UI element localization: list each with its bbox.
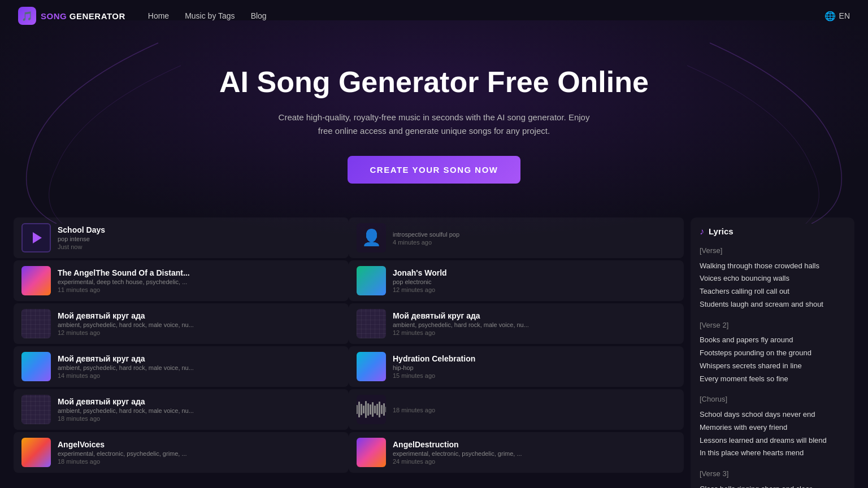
lyrics-section-label: [Verse 3] (700, 468, 845, 481)
song-tags: ambient, psychedelic, hard rock, male vo… (58, 321, 341, 328)
song-time: 11 minutes ago (58, 286, 341, 293)
lyrics-line: Books and papers fly around (700, 334, 845, 347)
hero-arc-right (687, 32, 868, 224)
song-title: Мой девятый круг ада (58, 311, 341, 320)
song-tags: ambient, psychedelic, hard rock, male vo… (393, 321, 676, 328)
song-thumb-r2 (357, 266, 386, 295)
song-thumb-s3 (21, 309, 51, 338)
songs-left-column: School Dayspop intenseJust nowThe AngelT… (14, 217, 349, 488)
song-tags: ambient, psychedelic, hard rock, male vo… (58, 407, 341, 414)
play-button-s1[interactable] (21, 223, 51, 252)
song-card-s1[interactable]: School Dayspop intenseJust now (14, 217, 349, 258)
globe-icon: 🌐 (824, 11, 836, 21)
hero-title: AI Song Generator Free Online (11, 66, 857, 99)
lyrics-section-label: [Verse] (700, 245, 845, 258)
song-tags: pop intense (58, 236, 341, 242)
song-title: Hydration Celebration (393, 354, 676, 363)
song-card-s6[interactable]: AngelVoicesexperimental, electronic, psy… (14, 432, 349, 473)
song-title: The AngelThe Sound Of a Distant... (58, 268, 341, 277)
song-time: Just now (58, 243, 341, 250)
song-info: School Dayspop intenseJust now (58, 225, 341, 250)
nav-music-by-tags[interactable]: Music by Tags (185, 11, 235, 20)
song-title: AngelVoices (58, 440, 341, 449)
song-tags: experimental, electronic, psychedelic, g… (393, 450, 676, 457)
lyrics-line: Every moment feels so fine (700, 373, 845, 386)
song-tags: ambient, psychedelic, hard rock, male vo… (58, 364, 341, 371)
navbar: 🎵 SONG GENERATOR Home Music by Tags Blog… (0, 0, 868, 32)
song-card-s3[interactable]: Мой девятый круг адаambient, psychedelic… (14, 303, 349, 344)
nav-blog[interactable]: Blog (251, 11, 267, 20)
song-thumb-r6 (357, 438, 386, 467)
content-area: School Dayspop intenseJust nowThe AngelT… (0, 206, 868, 488)
song-title: Мой девятый круг ада (58, 397, 341, 406)
song-thumb-s6 (21, 438, 51, 467)
play-icon (33, 232, 42, 243)
song-time: 18 minutes ago (393, 407, 676, 413)
song-card-r5[interactable]: 18 minutes ago (349, 389, 684, 430)
lyrics-section-label: [Chorus] (700, 393, 845, 406)
song-info: Jonah's Worldpop electronic12 minutes ag… (393, 268, 676, 293)
song-info: introspective soulful pop4 minutes ago (393, 230, 676, 246)
lyrics-line: Whispers secrets shared in line (700, 360, 845, 373)
song-title: Мой девятый круг ада (58, 354, 341, 363)
song-info: Мой девятый круг адаambient, psychedelic… (58, 311, 341, 336)
lyrics-line: Memories with every friend (700, 421, 845, 434)
song-card-r2[interactable]: Jonah's Worldpop electronic12 minutes ag… (349, 260, 684, 301)
lyrics-line: Voices echo bouncing walls (700, 272, 845, 285)
language-selector[interactable]: 🌐 EN (824, 11, 850, 21)
song-tags: experimental, deep tech house, psychedel… (58, 278, 341, 285)
song-info: 18 minutes ago (393, 406, 676, 413)
logo-icon: 🎵 (18, 7, 36, 25)
song-card-s2[interactable]: The AngelThe Sound Of a Distant...experi… (14, 260, 349, 301)
lyrics-body: [Verse]Walking through those crowded hal… (700, 245, 845, 488)
song-card-s4[interactable]: Мой девятый круг адаambient, psychedelic… (14, 346, 349, 387)
hero-subtitle: Create high-quality, royalty-free music … (270, 111, 598, 138)
lyrics-line: Class bells ringing sharp and clear (700, 483, 845, 488)
song-time: 24 minutes ago (393, 458, 676, 465)
song-thumb-r3 (357, 309, 386, 338)
song-info: Мой девятый круг адаambient, psychedelic… (58, 397, 341, 422)
music-note-icon: ♪ (700, 226, 704, 237)
lyrics-line: Walking through those crowded halls (700, 260, 845, 273)
song-info: AngelDestructionexperimental, electronic… (393, 440, 676, 465)
song-card-r3[interactable]: Мой девятый круг адаambient, psychedelic… (349, 303, 684, 344)
song-title: Jonah's World (393, 268, 676, 277)
lyrics-section: [Chorus]School days school days never en… (700, 393, 845, 460)
nav-logo[interactable]: 🎵 SONG GENERATOR (18, 7, 125, 25)
song-title: Мой девятый круг ада (393, 311, 676, 320)
song-time: 4 minutes ago (393, 239, 676, 246)
lyrics-line: Lessons learned and dreams will blend (700, 434, 845, 447)
create-song-button[interactable]: CREATE YOUR SONG NOW (348, 156, 521, 184)
song-card-r4[interactable]: Hydration Celebrationhip-hop15 minutes a… (349, 346, 684, 387)
song-tags: hip-hop (393, 364, 676, 371)
song-tags: pop electronic (393, 278, 676, 285)
song-thumb-s4 (21, 352, 51, 381)
lyrics-section: [Verse 3]Class bells ringing sharp and c… (700, 468, 845, 488)
song-card-s5[interactable]: Мой девятый круг адаambient, psychedelic… (14, 389, 349, 430)
song-card-r6[interactable]: AngelDestructionexperimental, electronic… (349, 432, 684, 473)
song-time: 18 minutes ago (58, 415, 341, 422)
nav-home[interactable]: Home (148, 11, 169, 20)
song-info: The AngelThe Sound Of a Distant...experi… (58, 268, 341, 293)
song-title: School Days (58, 225, 341, 234)
nav-links: Home Music by Tags Blog (148, 11, 824, 20)
lyrics-line: Students laugh and scream and shout (700, 298, 845, 311)
lyrics-line: In this place where hearts mend (700, 447, 845, 460)
song-card-r1[interactable]: 👤introspective soulful pop4 minutes ago (349, 217, 684, 258)
lyrics-line: School days school days never end (700, 408, 845, 421)
lyrics-panel: ♪ Lyrics [Verse]Walking through those cr… (691, 217, 854, 488)
song-tags: introspective soulful pop (393, 231, 676, 238)
songs-right-column: 👤introspective soulful pop4 minutes agoJ… (349, 217, 684, 488)
lyrics-header: ♪ Lyrics (700, 226, 845, 237)
lyrics-section: [Verse 2]Books and papers fly aroundFoot… (700, 319, 845, 386)
song-thumb-r4 (357, 352, 386, 381)
song-time: 12 minutes ago (393, 329, 676, 336)
song-time: 14 minutes ago (58, 372, 341, 379)
lyrics-section-label: [Verse 2] (700, 319, 845, 332)
hero-arc-left (0, 32, 181, 224)
song-time: 12 minutes ago (58, 329, 341, 336)
song-time: 15 minutes ago (393, 372, 676, 379)
song-tags: experimental, electronic, psychedelic, g… (58, 450, 341, 457)
song-time: 12 minutes ago (393, 286, 676, 293)
logo-text: SONG GENERATOR (41, 11, 125, 21)
